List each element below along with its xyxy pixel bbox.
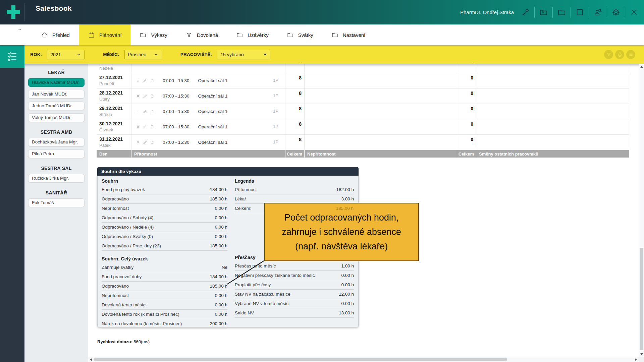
scroll-down-arrow-icon[interactable] [640,353,643,355]
settings-icon[interactable] [611,8,621,17]
delete-icon[interactable] [136,124,141,129]
presence-cell[interactable] [131,64,285,73]
staff-item[interactable]: Hlavička Kazimír MUDr. [28,78,85,87]
filter-button[interactable] [604,50,613,59]
summary-row-value: 182.00 h [336,187,354,192]
copy-icon[interactable] [150,94,155,99]
schedule-row[interactable]: 26.12.2021 Neděle 8 0 [97,64,629,73]
schedule-row[interactable]: 28.12.2021 Úterý 07:00 - 15:30 Operační … [97,88,629,104]
key-icon[interactable] [521,8,530,17]
topbar-icon-divider [571,7,571,18]
tab-nastaveni[interactable]: Nastavení [322,24,375,45]
presence-cell[interactable]: 07:00 - 15:30 Operační sál 1 1P [131,73,285,88]
presence-cell[interactable]: 07:00 - 15:30 Operační sál 1 1P [131,119,285,134]
staff-group: SESTRA SALRučička Jirka Mgr. [24,166,88,183]
absence-cell[interactable] [305,73,457,88]
tab-label: Výkazy [151,32,167,38]
staff-item[interactable]: Pilná Petra [28,149,85,158]
staff-group-heading: SANITÁŘ [24,190,88,195]
horizontal-scrollbar[interactable] [88,357,639,362]
staff-item[interactable]: Volný Tomáš MUDr. [28,113,85,122]
close-icon[interactable] [630,8,639,17]
staff-item[interactable]: Docházková Jana Mgr. [28,138,85,146]
summary-row-label: Odpracováno / Svátky (0) [102,234,153,239]
summary-row: Nárok na dovolenou (k měsíci Prosinec) 2… [102,319,227,328]
vertical-scrollbar[interactable] [639,64,644,357]
scroll-right-arrow-icon[interactable] [635,358,637,361]
forward-arrow-icon[interactable]: → [17,26,22,32]
footer-column-label: Přítomnost [131,150,285,158]
edit-icon[interactable] [143,78,148,83]
absence-cell[interactable] [305,64,457,73]
print-button[interactable] [615,50,624,59]
row-actions [136,109,155,114]
copy-icon[interactable] [150,140,155,145]
summary-row-label: Zahrnuje svátky [102,265,133,270]
schedule-row[interactable]: 29.12.2021 Středa 07:00 - 15:30 Operační… [97,104,629,119]
absence-cell[interactable] [305,119,457,134]
filter-value: 2021 [50,52,61,57]
schedule-row[interactable]: 31.12.2021 Pátek 07:00 - 15:30 Operační … [97,135,629,150]
vertical-scroll-thumb[interactable] [640,248,643,350]
tab-svatky[interactable]: Svátky [278,24,322,45]
edit-icon[interactable] [143,109,148,114]
user-search-icon[interactable] [593,8,602,17]
filter-select-workplace[interactable]: 15 vybráno [217,50,270,59]
row-date: 29.12.2021 [99,106,131,111]
delete-icon[interactable] [136,78,141,83]
filter-select-month[interactable]: Prosinec [124,50,162,59]
square-icon[interactable] [575,8,584,17]
chevron-icon [154,52,159,57]
tab-uzaverky[interactable]: Uzávěrky [227,24,278,45]
summary-row-value: 185.00 h [210,243,227,248]
row-actions [136,124,155,129]
presence-cell[interactable]: 07:00 - 15:30 Operační sál 1 1P [131,135,285,150]
folder-icon[interactable] [557,8,566,17]
delete-icon[interactable] [136,109,141,114]
filter-select-year[interactable]: 2021 [47,50,85,59]
delete-icon[interactable] [136,140,141,145]
user-name[interactable]: PharmDr. Ondřej Straka [460,9,514,15]
summary-row-label: Negativní přesčasy získané tento měsíc [235,273,315,278]
copy-icon[interactable] [150,78,155,83]
summary-row: Negativní přesčasy získané tento měsíc 0… [235,271,354,280]
copy-icon[interactable] [150,124,155,129]
absence-cell[interactable] [305,88,457,104]
menu-button[interactable] [626,50,635,59]
schedule-row[interactable]: 27.12.2021 Pondělí 07:00 - 15:30 Operačn… [97,73,629,88]
copy-icon[interactable] [150,109,155,114]
staff-item[interactable]: Fuk Tomáš [28,198,85,207]
presence-cell[interactable]: 07:00 - 15:30 Operační sál 1 1P [131,104,285,119]
edit-icon[interactable] [143,124,148,129]
checklist-icon [7,51,18,62]
scroll-up-arrow-icon[interactable] [640,66,643,68]
tab-vykazy[interactable]: Výkazy [130,24,176,45]
summary-row: Nepřítomnost 0.00 h [102,204,227,213]
nav-bar: → PřehledPlánováníVýkazyDovolenáUzávěrky… [0,24,644,45]
scroll-left-arrow-icon[interactable] [90,358,92,361]
edit-icon[interactable] [143,94,148,99]
staff-item[interactable]: Jedno Tomáš MUDr. [28,102,85,110]
absence-total-cell: 0 [457,73,476,88]
summary-row-label: Nepřítomnost [102,206,129,211]
delete-icon[interactable] [136,94,141,99]
absence-cell[interactable] [305,135,457,150]
staff-item[interactable]: Jan Novák MUDr. [28,90,85,99]
presence-total-cell: 8 [285,119,305,134]
tab-planovani[interactable]: Plánování [79,24,131,45]
summary-row-value: 0.00 h [215,302,227,307]
close-icon [630,8,639,17]
edit-icon[interactable] [143,140,148,145]
schedule-row[interactable]: 30.12.2021 Čtvrtek 07:00 - 15:30 Operačn… [97,119,629,135]
folder-n-icon[interactable]: N [539,8,548,17]
date-cell: 29.12.2021 Středa [97,104,131,119]
horizontal-scroll-thumb[interactable] [94,358,507,361]
tab-prehled[interactable]: Přehled [32,24,79,45]
staff-list-toggle[interactable] [0,45,24,68]
presence-cell[interactable]: 07:00 - 15:30 Operační sál 1 1P [131,88,285,104]
absence-cell[interactable] [305,104,457,119]
summary-row: Odpracováno / Svátky (0) 0.00 h [102,232,227,241]
summary-row: Odpracováno / Neděle (4) 0.00 h [102,223,227,232]
tab-dovolena[interactable]: Dovolená [176,24,227,45]
staff-item[interactable]: Ručička Jirka Mgr. [28,174,85,183]
